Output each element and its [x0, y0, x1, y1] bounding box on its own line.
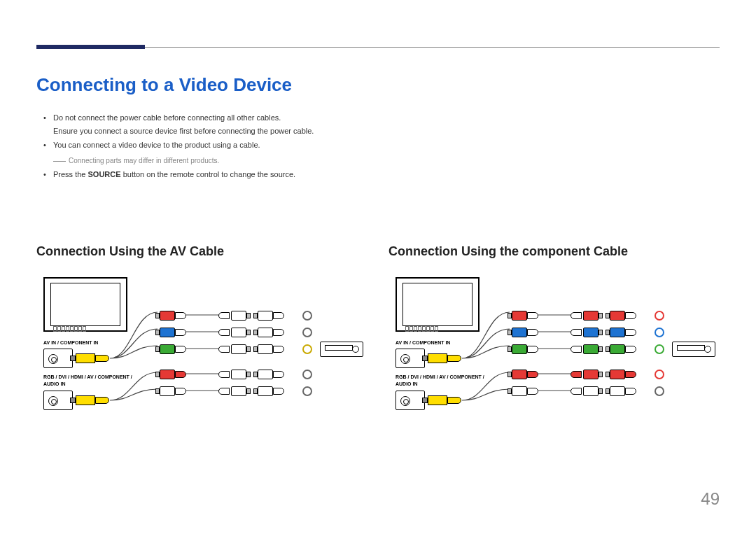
rca-plug-set-outline: [253, 368, 286, 402]
rca-plug-set-color: [606, 309, 638, 360]
rca-plug-set-audio: [606, 368, 638, 402]
note-dash-icon: [53, 161, 66, 162]
cable-wire-icon: [110, 312, 158, 403]
yellow-plug-icon: [70, 353, 112, 363]
rca-plug-set-audio: [155, 368, 188, 402]
bullet-text: Do not connect the power cable before co…: [53, 113, 281, 122]
bullet-text: Press the SOURCE button on the remote co…: [53, 168, 295, 181]
right-subheading: Connection Using the component Cable: [388, 244, 720, 259]
device-jack-icons: [302, 370, 315, 403]
rca-plug-set-color: [155, 309, 188, 360]
page-title: Connecting to a Video Device: [36, 74, 720, 96]
port-label-avin: AV IN / COMPONENT IN: [396, 340, 450, 345]
note-line: Connecting parts may differ in different…: [53, 155, 720, 167]
bullet-subtext: Ensure you connect a source device first…: [53, 127, 314, 135]
component-cable-diagram: AV IN / COMPONENT IN RGB / DVI / HDMI / …: [388, 277, 718, 417]
bullet-text: You can connect a video device to the pr…: [53, 139, 260, 152]
cable-bundle-icon: [186, 311, 221, 409]
rca-plug-set-audio: [570, 368, 603, 402]
yellow-plug-icon: [70, 395, 112, 405]
cable-wire-icon: [462, 312, 510, 403]
bullet-dot: •: [43, 168, 53, 181]
device-jack-icons: [654, 311, 667, 361]
yellow-plug-icon: [422, 395, 464, 405]
rca-plug-set-outline: [218, 309, 251, 360]
bullet-dot: •: [43, 111, 53, 137]
intro-bullets: • Do not connect the power cable before …: [36, 111, 720, 181]
source-device-icon: [672, 342, 715, 357]
audio-in-port-icon: [43, 391, 73, 410]
av-in-port-icon: [43, 349, 73, 368]
port-label-avin: AV IN / COMPONENT IN: [43, 340, 98, 345]
cable-bundle-icon: [538, 311, 573, 409]
header-accent-bar: [36, 45, 145, 49]
audio-in-port-icon: [396, 391, 425, 410]
left-column: Connection Using the AV Cable AV IN / CO…: [36, 244, 368, 417]
rca-plug-set-outline: [218, 368, 251, 402]
rca-plug-set-color: [507, 309, 540, 360]
note-text: Connecting parts may differ in different…: [69, 157, 219, 164]
left-subheading: Connection Using the AV Cable: [36, 244, 368, 259]
rca-plug-set-outline: [253, 309, 286, 360]
rca-plug-set-audio: [507, 368, 540, 402]
source-device-icon: [320, 342, 363, 357]
bullet-dot: •: [43, 139, 53, 152]
rca-plug-set-color: [570, 309, 603, 360]
av-cable-diagram: AV IN / COMPONENT IN RGB / DVI / HDMI / …: [36, 277, 365, 417]
page-number: 49: [701, 489, 720, 509]
yellow-plug-icon: [422, 353, 464, 363]
device-jack-icons: [302, 311, 315, 361]
av-in-port-icon: [396, 349, 425, 368]
right-column: Connection Using the component Cable AV …: [388, 244, 720, 417]
device-jack-icons: [654, 370, 667, 403]
